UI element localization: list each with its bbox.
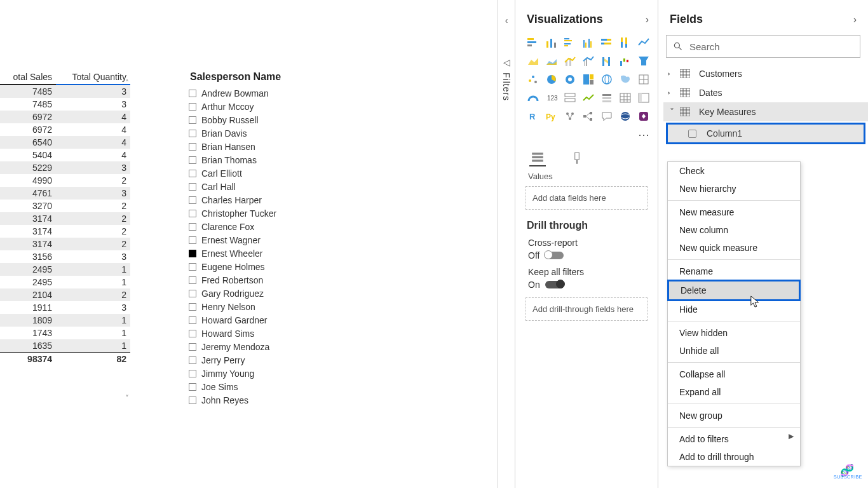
chevron-right-icon[interactable]: ˅ bbox=[667, 88, 677, 97]
table-icon[interactable] bbox=[618, 90, 633, 105]
scroll-up-icon[interactable]: ˄ bbox=[125, 79, 129, 88]
menu-item[interactable]: Add to filters▶ bbox=[668, 427, 800, 448]
checkbox-icon[interactable] bbox=[189, 223, 196, 231]
checkbox-icon[interactable] bbox=[189, 103, 196, 111]
slicer-item[interactable]: Ernest Wheeler bbox=[189, 247, 379, 260]
cross-report-toggle[interactable]: Off bbox=[528, 250, 564, 261]
menu-item[interactable]: Rename bbox=[668, 259, 800, 280]
report-canvas[interactable]: otal Sales Total Quantity 74853748536972… bbox=[0, 0, 496, 488]
stacked-column-icon[interactable] bbox=[544, 35, 559, 50]
slicer-visual[interactable]: Salesperson Name Andrew BowmanArthur Mcc… bbox=[189, 71, 379, 407]
table-row[interactable]: 32702 bbox=[0, 200, 130, 212]
qna-icon[interactable] bbox=[599, 109, 614, 124]
menu-item[interactable]: Add to drill through bbox=[668, 448, 800, 466]
shape-map-icon[interactable] bbox=[636, 72, 651, 87]
checkbox-icon[interactable] bbox=[189, 343, 196, 351]
slicer-item[interactable]: Howard Sims bbox=[189, 327, 379, 340]
slicer-item[interactable]: Bobby Russell bbox=[189, 113, 379, 126]
slicer-item[interactable]: Jimmy Young bbox=[189, 367, 379, 380]
slicer-item[interactable]: Brian Thomas bbox=[189, 153, 379, 166]
menu-item[interactable]: Collapse all bbox=[668, 362, 800, 383]
scatter-icon[interactable] bbox=[526, 72, 541, 87]
table-row[interactable]: 24951 bbox=[0, 263, 130, 276]
table-row[interactable]: 21042 bbox=[0, 288, 130, 301]
drillthrough-well[interactable]: Add drill-through fields here bbox=[526, 297, 648, 321]
checkbox-icon[interactable] bbox=[189, 370, 196, 377]
donut-icon[interactable] bbox=[562, 72, 578, 87]
checkbox-icon[interactable] bbox=[189, 116, 196, 124]
line-stacked-col-icon[interactable] bbox=[562, 53, 578, 69]
slicer-item[interactable]: Howard Gardner bbox=[189, 313, 379, 327]
col-header-sales[interactable]: otal Sales bbox=[0, 70, 56, 85]
menu-item[interactable]: New hierarchy bbox=[668, 180, 800, 198]
checkbox-icon[interactable] bbox=[189, 330, 196, 337]
chevron-down-icon[interactable]: ˅ bbox=[667, 107, 676, 117]
area-chart-icon[interactable] bbox=[526, 53, 541, 69]
table-row[interactable]: 31742 bbox=[0, 212, 130, 225]
table-row[interactable]: 17431 bbox=[0, 327, 130, 339]
menu-item[interactable]: New column bbox=[668, 221, 800, 239]
slicer-item[interactable]: Gary Rodriguez bbox=[189, 287, 379, 300]
chevron-right-icon[interactable]: ˅ bbox=[667, 69, 677, 78]
card-icon[interactable]: 123 bbox=[544, 90, 559, 105]
table-row[interactable]: 74853 bbox=[0, 98, 130, 111]
slicer-item[interactable]: Carl Hall bbox=[189, 180, 379, 193]
multi-card-icon[interactable] bbox=[562, 90, 578, 105]
table-row[interactable]: 65404 bbox=[0, 136, 130, 149]
checkbox-icon[interactable] bbox=[688, 130, 696, 138]
table-row[interactable]: 31742 bbox=[0, 225, 130, 238]
decomp-tree-icon[interactable] bbox=[581, 109, 596, 124]
hundred-stacked-col-icon[interactable] bbox=[618, 35, 633, 50]
menu-item[interactable]: Check bbox=[668, 162, 800, 180]
slicer-item[interactable]: Arthur Mccoy bbox=[189, 100, 379, 113]
line-chart-icon[interactable] bbox=[636, 35, 651, 50]
search-input[interactable]: Search bbox=[666, 35, 860, 58]
treemap-icon[interactable] bbox=[581, 72, 596, 87]
checkbox-icon[interactable] bbox=[189, 303, 196, 311]
table-row[interactable]: 31742 bbox=[0, 238, 130, 250]
chevron-right-icon[interactable]: › bbox=[853, 14, 857, 25]
table-row[interactable]: 54044 bbox=[0, 149, 130, 161]
menu-item[interactable]: Unhide all bbox=[668, 342, 800, 360]
slicer-item[interactable]: Joe Sims bbox=[189, 380, 379, 393]
python-visual-icon[interactable]: Py bbox=[544, 109, 559, 124]
checkbox-icon[interactable] bbox=[189, 316, 196, 324]
slicer-item[interactable]: Henry Nelson bbox=[189, 300, 379, 313]
checkbox-icon[interactable] bbox=[189, 290, 196, 297]
table-node[interactable]: ˅Customers bbox=[663, 64, 868, 83]
slicer-item[interactable]: Brian Hansen bbox=[189, 140, 379, 153]
clustered-bar-icon[interactable] bbox=[562, 35, 578, 50]
slicer-item[interactable]: Jeremy Mendoza bbox=[189, 340, 379, 353]
checkbox-icon[interactable] bbox=[189, 156, 196, 164]
checkbox-icon[interactable] bbox=[189, 183, 196, 191]
table-row[interactable]: 52293 bbox=[0, 161, 130, 174]
pie-icon[interactable] bbox=[544, 72, 559, 87]
slicer-item[interactable]: Clarence Fox bbox=[189, 220, 379, 233]
matrix-icon[interactable] bbox=[636, 90, 651, 105]
gauge-icon[interactable] bbox=[526, 90, 541, 105]
key-influencers-icon[interactable] bbox=[562, 109, 578, 124]
slicer-item[interactable]: Andrew Bowman bbox=[189, 86, 379, 100]
filled-map-icon[interactable] bbox=[618, 72, 633, 87]
slicer-item[interactable]: Ernest Wagner bbox=[189, 233, 379, 247]
table-row[interactable]: 49902 bbox=[0, 174, 130, 187]
table-row[interactable]: 24951 bbox=[0, 276, 130, 288]
chevron-right-icon[interactable]: › bbox=[646, 14, 649, 25]
arcgis-icon[interactable] bbox=[618, 109, 633, 124]
values-well[interactable]: Add data fields here bbox=[526, 186, 648, 210]
checkbox-icon[interactable] bbox=[189, 210, 196, 217]
menu-item[interactable]: New measure bbox=[668, 200, 800, 221]
format-tab-icon[interactable] bbox=[569, 150, 585, 166]
hundred-stacked-bar-icon[interactable] bbox=[599, 35, 614, 50]
fields-tab-icon[interactable] bbox=[529, 150, 546, 166]
table-node[interactable]: ˅Dates bbox=[663, 83, 868, 102]
checkbox-icon[interactable] bbox=[189, 276, 196, 284]
checkbox-icon[interactable] bbox=[189, 196, 196, 204]
checkbox-icon[interactable] bbox=[189, 236, 196, 244]
checkbox-icon[interactable] bbox=[189, 383, 196, 391]
menu-item[interactable]: Delete bbox=[667, 280, 801, 301]
slicer-item[interactable]: Eugene Holmes bbox=[189, 260, 379, 273]
table-row[interactable]: 31563 bbox=[0, 250, 130, 263]
table-row[interactable]: 19113 bbox=[0, 301, 130, 314]
field-item[interactable]: Column1 bbox=[666, 123, 865, 144]
